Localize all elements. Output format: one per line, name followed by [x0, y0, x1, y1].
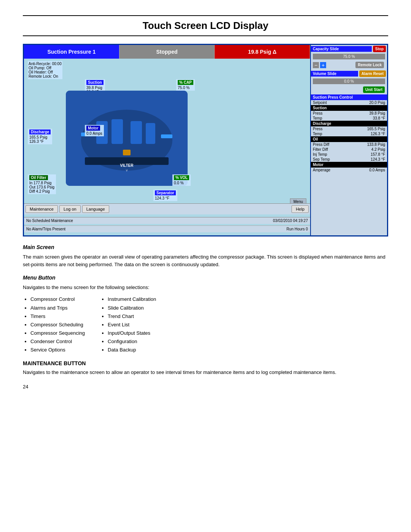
- alarm-reset-button[interactable]: Alarm Reset: [359, 70, 386, 77]
- list-item: Compressor Scheduling: [30, 321, 85, 329]
- capacity-decrease-button[interactable]: −: [313, 62, 319, 68]
- compressor-svg: VILTER V: [66, 91, 188, 186]
- status-bar-alarms: No Alarm/Trips Present Run Hours 0: [24, 225, 310, 232]
- page-title: Touch Screen LCD Display: [23, 20, 388, 32]
- capacity-increase-button[interactable]: +: [320, 62, 326, 68]
- unit-start-button[interactable]: Unit Start: [363, 86, 385, 93]
- motor-amperage-row: Amperage 0.0 Amps: [311, 168, 387, 173]
- suction-header: Suction: [311, 105, 387, 111]
- system-info: Anti-Recycle: 00:00 Oil Pump: Off Oil He…: [28, 61, 62, 79]
- pct-vol-label: % VOL: [174, 175, 189, 180]
- maintenance-button-body: Navigates to the maintenance screen to a…: [23, 369, 388, 376]
- discharge-label: Discharge: [29, 129, 51, 134]
- motor-label: Motor: [86, 126, 100, 131]
- list-item: Input/Output States: [108, 329, 156, 337]
- discharge-data: Discharge 165.5 Psig 126.3 °F: [28, 129, 52, 144]
- pct-vol-data: % VOL 0.0 %: [172, 174, 191, 186]
- discharge-temp-row: Temp 126.3 °F: [311, 131, 387, 136]
- list-item: Service Options: [30, 346, 85, 354]
- svg-rect-4: [131, 121, 142, 144]
- menu-col2: Instrument Calibration Slide Calibration…: [100, 295, 156, 354]
- pct-cap-label: % CAP: [178, 80, 193, 85]
- list-item: Timers: [30, 312, 85, 321]
- list-item: Configuration: [108, 337, 156, 346]
- alarm-status: No Alarm/Trips Present: [26, 227, 65, 231]
- oil-inj-temp-row: Inj Temp 157.8 °F: [311, 152, 387, 157]
- list-item: Alarms and Trips: [30, 304, 85, 312]
- list-item: Trend Chart: [108, 312, 156, 321]
- suction-temp-row: Temp 33.8 °F: [311, 116, 387, 121]
- help-button[interactable]: Help: [292, 205, 309, 213]
- capacity-controls: − + Remote Lock: [311, 60, 387, 70]
- svg-rect-5: [146, 123, 155, 144]
- list-item: Instrument Calibration: [108, 295, 156, 304]
- pressure-label: 19.8 Psig Δ: [215, 45, 310, 59]
- status-bar-maintenance: No Scheduled Maintenance 03/02/2010 04:1…: [24, 217, 310, 224]
- volume-value: 0.0 %: [313, 78, 385, 84]
- svg-rect-3: [112, 119, 123, 144]
- discharge-header: Discharge: [311, 121, 387, 126]
- volume-slide-header: Volume Slide: [311, 71, 358, 77]
- status-bar-2: No Alarm/Trips Present Run Hours 0: [24, 225, 310, 232]
- compressor-image: VILTER V: [66, 91, 188, 186]
- menu-col1: Compressor Control Alarms and Trips Time…: [23, 295, 85, 354]
- svg-text:VILTER: VILTER: [120, 163, 134, 168]
- lcd-top-bar: Suction Pressure 1 Stopped 19.8 Psig Δ: [24, 45, 310, 59]
- status-bar-1: No Scheduled Maintenance 03/02/2010 04:1…: [24, 217, 310, 224]
- list-item: Slide Calibration: [108, 304, 156, 312]
- svg-rect-8: [161, 134, 172, 138]
- capacity-value: 75.0 %: [313, 54, 385, 59]
- list-item: Event List: [108, 321, 156, 329]
- status-label: Stopped: [119, 45, 215, 59]
- stop-button[interactable]: Stop: [373, 46, 386, 52]
- suction-pressure-label: Suction Pressure 1: [24, 45, 119, 59]
- maintenance-button[interactable]: Maintenance: [25, 205, 58, 213]
- list-item: Compressor Control: [30, 295, 85, 304]
- oil-press-diff-row: Press Diff 133.8 Psig: [311, 142, 387, 147]
- svg-text:V: V: [126, 169, 128, 172]
- lcd-right-panel: Capacity Slide Stop 75.0 % − + Remote Lo…: [311, 45, 387, 235]
- capacity-slide-row: Capacity Slide Stop: [311, 45, 387, 53]
- setpoint-row: Setpoint 20.0 Psig: [311, 100, 387, 105]
- volume-slide-row: Volume Slide Alarm Reset: [311, 70, 387, 78]
- main-screen-body: The main screen gives the operator an ov…: [23, 253, 388, 268]
- bottom-rule: [23, 35, 388, 36]
- oil-filter-label: Oil Filter: [29, 175, 48, 180]
- maintenance-status: No Scheduled Maintenance: [26, 219, 73, 223]
- top-rule: [23, 15, 388, 16]
- menu-button-body: Navigates to the menu screen for the fol…: [23, 284, 388, 291]
- svg-rect-9: [123, 150, 131, 155]
- oil-header: Oil: [311, 136, 387, 142]
- lcd-display: Suction Pressure 1 Stopped 19.8 Psig Δ A…: [23, 44, 388, 236]
- list-item: Compressor Sequencing: [30, 329, 85, 337]
- maintenance-button-title: MAINTENANCE BUTTON: [23, 360, 388, 366]
- motor-header: Motor: [311, 162, 387, 168]
- bottom-buttons-bar: Maintenance Log on Language Help: [24, 203, 310, 214]
- compressor-body: VILTER V: [66, 91, 188, 186]
- remote-lock-button[interactable]: Remote Lock: [355, 62, 384, 68]
- discharge-press-row: Press 165.5 Psig: [311, 126, 387, 131]
- separator-label: Separator: [155, 190, 176, 195]
- menu-items-list: Compressor Control Alarms and Trips Time…: [23, 295, 388, 354]
- pct-cap-data: % CAP 75.0 %: [176, 79, 195, 91]
- menu-button-title: Menu Button: [23, 275, 388, 281]
- lcd-main-panel: Suction Pressure 1 Stopped 19.8 Psig Δ A…: [24, 45, 311, 235]
- oil-filter-diff-row: Filter Diff 4.2 Psig: [311, 147, 387, 152]
- list-item: Data Backup: [108, 346, 156, 354]
- suction-press-row: Press 39.8 Psig: [311, 111, 387, 116]
- run-hours: Run Hours 0: [287, 227, 308, 231]
- datetime-display: 03/02/2010 04:19:27: [273, 219, 308, 223]
- page-number: 24: [23, 384, 388, 390]
- separator-data: Separator 124.3 °F: [153, 190, 177, 201]
- motor-data: Motor 0.0 Amps: [85, 125, 104, 136]
- list-item: Condenser Control: [30, 337, 85, 346]
- language-button[interactable]: Language: [82, 205, 109, 213]
- suction-label: Suction: [86, 80, 104, 85]
- main-screen-title: Main Screen: [23, 244, 388, 250]
- action-buttons: Maintenance Log on Language Help: [24, 203, 310, 214]
- logon-button[interactable]: Log on: [59, 205, 81, 213]
- capacity-slide-header: Capacity Slide: [311, 46, 372, 52]
- suction-press-control-header: Suction Press Control: [311, 94, 387, 100]
- oil-filter-data: Oil Filter In 177.8 Psig Out 173.6 Psig …: [28, 174, 56, 194]
- oil-sep-temp-row: Sep Temp 124.3 °F: [311, 157, 387, 162]
